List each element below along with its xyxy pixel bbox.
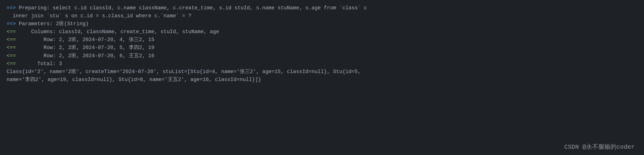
- arrow-right-3: ==>: [6, 20, 19, 28]
- line-5-text: Row: 2, 2班, 2024-07-20, 4, 张三2, 15: [19, 36, 154, 44]
- watermark: CSDN @永不服输的coder: [564, 143, 635, 151]
- line-7-text: Row: 2, 2班, 2024-07-20, 6, 王五2, 16: [19, 52, 154, 60]
- line-8-text: Total: 3: [19, 60, 62, 68]
- line-9: Class{id='2', name='2班', createTime='202…: [6, 68, 638, 76]
- line-6-text: Row: 2, 2班, 2024-07-20, 5, 李四2, 19: [19, 44, 154, 52]
- line-1: ==> Preparing: select c.id classId, c.na…: [6, 4, 638, 12]
- arrow-left-8: <==: [6, 60, 19, 68]
- line-8: <== Total: 3: [6, 60, 638, 68]
- line-2-text: inner join `stu` s on c.id = s.class_id …: [6, 12, 191, 20]
- arrow-left-6: <==: [6, 44, 19, 52]
- line-7: <== Row: 2, 2班, 2024-07-20, 6, 王五2, 16: [6, 52, 638, 60]
- line-10-text: name='李四2', age=19, classId=null}, Stu{i…: [6, 76, 261, 84]
- line-9-text: Class{id='2', name='2班', createTime='202…: [6, 68, 361, 76]
- arrow-left-4: <==: [6, 28, 19, 36]
- line-5: <== Row: 2, 2班, 2024-07-20, 4, 张三2, 15: [6, 36, 638, 44]
- arrow-right-1: ==>: [6, 4, 19, 12]
- arrow-left-5: <==: [6, 36, 19, 44]
- line-3-text: Parameters: 2班(String): [19, 20, 89, 28]
- line-4-text: Columns: classId, className, create_time…: [19, 28, 219, 36]
- line-4: <== Columns: classId, className, create_…: [6, 28, 638, 36]
- line-2: inner join `stu` s on c.id = s.class_id …: [6, 12, 638, 20]
- line-6: <== Row: 2, 2班, 2024-07-20, 5, 李四2, 19: [6, 44, 638, 52]
- arrow-left-7: <==: [6, 52, 19, 60]
- line-1-text: Preparing: select c.id classId, c.name c…: [19, 4, 367, 12]
- line-3: ==> Parameters: 2班(String): [6, 20, 638, 28]
- terminal-window: ==> Preparing: select c.id classId, c.na…: [0, 0, 644, 155]
- line-10: name='李四2', age=19, classId=null}, Stu{i…: [6, 76, 638, 84]
